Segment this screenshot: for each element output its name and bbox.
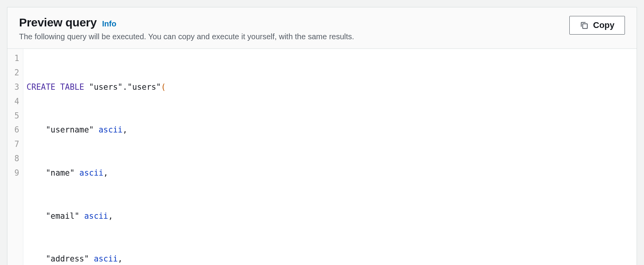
panel-header: Preview query Info The following query w… — [7, 7, 637, 49]
panel-subtitle: The following query will be executed. Yo… — [19, 32, 354, 41]
code-editor: 1 2 3 4 5 6 7 8 9 CREATE TABLE "users"."… — [7, 49, 637, 265]
line-number: 2 — [14, 66, 19, 80]
code-line: "username" ascii, — [26, 123, 634, 137]
line-number: 8 — [14, 152, 19, 166]
panel-title: Preview query — [19, 16, 97, 29]
code-line: "name" ascii, — [26, 166, 634, 180]
line-number: 1 — [14, 51, 19, 66]
line-number: 6 — [14, 123, 19, 137]
line-number: 7 — [14, 137, 19, 152]
copy-button-label: Copy — [593, 20, 614, 30]
line-number: 4 — [14, 94, 19, 109]
svg-rect-0 — [583, 24, 587, 28]
copy-icon — [580, 21, 588, 30]
code-line: "email" ascii, — [26, 209, 634, 223]
line-number: 5 — [14, 109, 19, 123]
line-number: 9 — [14, 166, 19, 180]
copy-button[interactable]: Copy — [569, 16, 625, 35]
code-line: CREATE TABLE "users"."users"( — [26, 80, 634, 94]
line-number: 3 — [14, 80, 19, 94]
info-link[interactable]: Info — [102, 19, 117, 28]
code-content[interactable]: CREATE TABLE "users"."users"( "username"… — [23, 49, 637, 265]
code-line: "address" ascii, — [26, 252, 634, 265]
code-gutter: 1 2 3 4 5 6 7 8 9 — [7, 49, 23, 265]
header-text-block: Preview query Info The following query w… — [19, 16, 354, 41]
preview-query-panel: Preview query Info The following query w… — [7, 7, 637, 265]
